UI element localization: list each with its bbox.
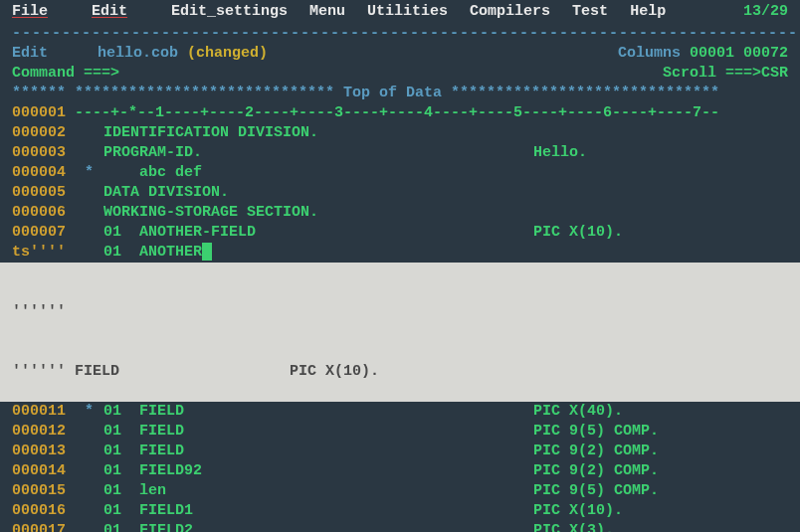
pic-clause[interactable]: PIC 9(5) COMP. xyxy=(533,422,788,442)
code-line[interactable]: 000017 01 FIELD2PIC X(3). xyxy=(0,521,800,532)
menu-menu[interactable]: Menu xyxy=(309,2,345,22)
line-number[interactable]: 000003 xyxy=(12,143,76,163)
comment-marker xyxy=(76,521,103,532)
code-line[interactable]: 000003 PROGRAM-ID.Hello. xyxy=(0,143,800,163)
pic-clause[interactable]: PIC X(10). xyxy=(533,223,788,243)
code-line[interactable]: 000015 01 lenPIC 9(5) COMP. xyxy=(0,481,800,501)
code-text[interactable]: 01 FIELD xyxy=(103,422,184,442)
line-number[interactable]: 000011 xyxy=(12,402,76,422)
columns-indicator: Columns 00001 00072 xyxy=(618,44,788,64)
code-text[interactable]: 01 FIELD xyxy=(103,402,184,422)
line-number[interactable]: 000007 xyxy=(12,223,76,243)
insert-line-2[interactable]: '''''' FIELD PIC X(10). xyxy=(12,362,788,382)
code-text[interactable]: 01 FIELD1 xyxy=(103,501,193,521)
menu-help[interactable]: Help xyxy=(630,2,666,22)
pic-clause[interactable]: PIC 9(5) COMP. xyxy=(533,481,788,501)
menu-edit[interactable]: Edit xyxy=(92,2,149,22)
code-text[interactable]: 01 ANOTHER-FIELD xyxy=(103,223,256,243)
pic-clause[interactable]: PIC 9(2) COMP. xyxy=(533,461,788,481)
code-text[interactable]: 01 FIELD xyxy=(103,442,184,461)
insert-line-1[interactable]: '''''' xyxy=(12,302,788,322)
command-prompt[interactable]: Command ===> xyxy=(12,64,119,84)
code-text[interactable]: IDENTIFICATION DIVISION. xyxy=(103,123,318,143)
comment-marker xyxy=(76,461,103,481)
edit-mode: Edit xyxy=(12,44,48,64)
line-number[interactable]: 000002 xyxy=(12,123,76,143)
top-of-data: ****** ***************************** Top… xyxy=(0,84,800,103)
changed-indicator: (changed) xyxy=(187,45,268,62)
line-number[interactable]: ts'''' xyxy=(12,243,76,263)
comment-marker: * xyxy=(76,402,103,422)
line-number[interactable]: 000005 xyxy=(12,183,76,203)
pic-clause[interactable]: PIC X(10). xyxy=(533,501,788,521)
line-number[interactable]: 000004 xyxy=(12,163,76,183)
comment-marker xyxy=(76,481,103,501)
menu-compilers[interactable]: Compilers xyxy=(470,2,550,22)
highlight-block[interactable]: '''''' '''''' FIELD PIC X(10). xyxy=(0,263,800,402)
command-line[interactable]: Command ===> Scroll ===>CSR xyxy=(0,64,800,84)
menu-utilities[interactable]: Utilities xyxy=(367,2,448,22)
comment-marker xyxy=(76,183,103,203)
menu-test[interactable]: Test xyxy=(572,2,608,22)
code-text[interactable]: abc def xyxy=(103,163,202,183)
code-text[interactable]: DATA DIVISION. xyxy=(103,183,229,203)
scroll-indicator: Scroll ===>CSR xyxy=(663,64,788,84)
menubar: File Edit Edit_settings Menu Utilities C… xyxy=(0,0,800,24)
separator: ----------------------------------------… xyxy=(0,24,800,44)
code-line[interactable]: 000011 * 01 FIELDPIC X(40). xyxy=(0,402,800,422)
comment-marker xyxy=(76,143,103,163)
filename: hello.cob (changed) xyxy=(98,44,268,64)
text-cursor xyxy=(202,243,212,261)
code-text[interactable]: 01 FIELD2 xyxy=(103,521,193,532)
pic-clause[interactable]: PIC 9(2) COMP. xyxy=(533,442,788,461)
pic-clause[interactable]: Hello. xyxy=(533,143,788,163)
comment-marker xyxy=(76,422,103,442)
line-number[interactable]: 000016 xyxy=(12,501,76,521)
comment-marker: * xyxy=(76,163,103,183)
line-number[interactable]: 000015 xyxy=(12,481,76,501)
code-line[interactable]: 000005 DATA DIVISION. xyxy=(0,183,800,203)
line-number[interactable]: 000017 xyxy=(12,521,76,532)
code-text[interactable]: 01 len xyxy=(103,481,166,501)
comment-marker xyxy=(76,203,103,223)
comment-marker xyxy=(76,243,103,263)
comment-marker xyxy=(76,123,103,143)
code-line[interactable]: 000006 WORKING-STORAGE SECTION. xyxy=(0,203,800,223)
menu-file[interactable]: File xyxy=(12,2,70,22)
cursor-position: 13/29 xyxy=(743,2,788,22)
comment-marker xyxy=(76,223,103,243)
pic-clause[interactable]: PIC X(40). xyxy=(533,402,788,422)
code-text[interactable]: PROGRAM-ID. xyxy=(103,143,202,163)
line-number[interactable]: 000006 xyxy=(12,203,76,223)
file-info-line: Edit hello.cob (changed) Columns 00001 0… xyxy=(0,44,800,64)
line-number[interactable]: 000012 xyxy=(12,422,76,442)
comment-marker xyxy=(76,501,103,521)
code-line[interactable]: 000013 01 FIELDPIC 9(2) COMP. xyxy=(0,442,800,461)
code-line[interactable]: 000002 IDENTIFICATION DIVISION. xyxy=(0,123,800,143)
code-line[interactable]: 000004 * abc def xyxy=(0,163,800,183)
code-area[interactable]: 000002 IDENTIFICATION DIVISION.000003 PR… xyxy=(0,123,800,263)
code-line[interactable]: 000007 01 ANOTHER-FIELDPIC X(10). xyxy=(0,223,800,243)
code-line[interactable]: ts'''' 01 ANOTHER xyxy=(0,243,800,263)
code-text[interactable]: 01 FIELD92 xyxy=(103,461,202,481)
menu-edit-settings[interactable]: Edit_settings xyxy=(171,2,288,22)
code-line[interactable]: 000012 01 FIELDPIC 9(5) COMP. xyxy=(0,422,800,442)
code-line[interactable]: 000014 01 FIELD92PIC 9(2) COMP. xyxy=(0,461,800,481)
ruler-line: 000001 ----+-*--1----+----2----+----3---… xyxy=(0,103,800,123)
code-text[interactable]: WORKING-STORAGE SECTION. xyxy=(103,203,318,223)
code-line[interactable]: 000016 01 FIELD1PIC X(10). xyxy=(0,501,800,521)
code-text[interactable]: 01 ANOTHER xyxy=(103,243,202,263)
line-number[interactable]: 000014 xyxy=(12,461,76,481)
comment-marker xyxy=(76,442,103,461)
pic-clause[interactable]: PIC X(3). xyxy=(533,521,788,532)
line-number[interactable]: 000013 xyxy=(12,442,76,461)
code-area-2[interactable]: 000011 * 01 FIELDPIC X(40).000012 01 FIE… xyxy=(0,402,800,532)
